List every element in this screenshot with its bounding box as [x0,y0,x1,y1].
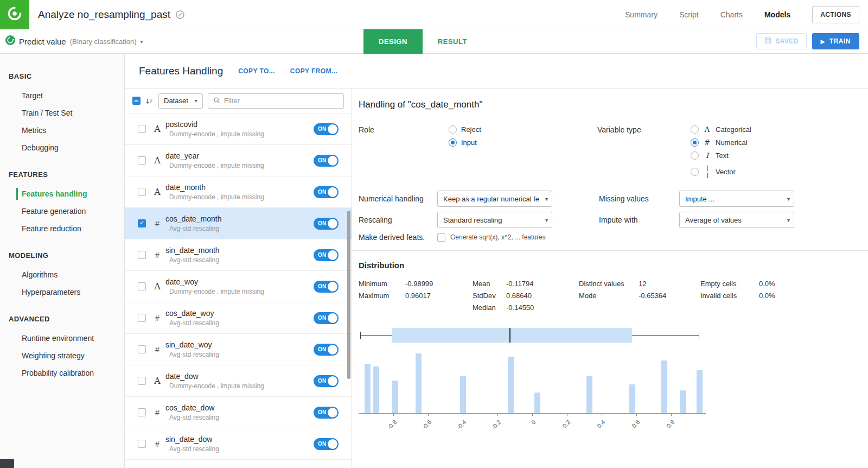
toggle-knob [328,156,337,166]
feature-checkbox[interactable] [138,188,146,196]
feature-toggle[interactable]: ON [314,249,339,261]
role-input-radio[interactable]: Input [449,138,597,147]
role-options: Reject Input [449,125,597,191]
role-reject-radio[interactable]: Reject [449,125,597,134]
variable-type-text-radio[interactable]: I Text [691,151,859,160]
feature-toggle[interactable]: ON [314,155,339,167]
sidebar-item-feature-generation[interactable]: Feature generation [0,203,124,220]
derived-features-label: Make derived feats. [359,233,437,242]
feature-toggle-label: ON [318,157,327,163]
feature-row[interactable]: # sin_date_woy Avg-std rescaling ON [125,333,352,365]
sidebar-item-weighting-strategy[interactable]: Weighting strategy [0,347,124,364]
feature-toggle[interactable]: ON [314,344,339,356]
feature-checkbox[interactable] [138,408,146,416]
sort-icon[interactable] [145,97,154,105]
sidebar-section-basic: BASIC [0,66,124,87]
histogram-bar [629,384,635,413]
feature-toggle[interactable]: ON [314,375,339,387]
sidebar-item-runtime-environment[interactable]: Runtime environment [0,330,124,347]
select-all-checkbox[interactable] [132,97,141,105]
tab-models[interactable]: Models [764,10,790,19]
sidebar-item-metrics[interactable]: Metrics [0,122,124,139]
feature-row[interactable]: A date_bank ON [125,459,352,468]
feature-toggle[interactable]: ON [314,186,339,198]
feature-row[interactable]: # cos_date_month Avg-std rescaling ON [125,207,352,239]
page-title: Analyze no_resampling_past [38,9,170,21]
sidebar-item-target[interactable]: Target [0,87,124,104]
feature-row[interactable]: # sin_date_dow Avg-std rescaling ON [125,428,352,459]
numerical-handling-select[interactable]: Keep as a regular numerical fe ▾ [437,191,552,207]
tab-script[interactable]: Script [679,10,699,19]
filter-input[interactable] [224,97,339,105]
tab-design[interactable]: DESIGN [363,29,423,54]
feature-row[interactable]: A date_year Dummy-encode , impute missin… [125,144,352,176]
feature-name: date_dow [165,372,308,381]
rescaling-select[interactable]: Standard rescaling ▾ [437,212,552,228]
train-button[interactable]: ▶ TRAIN [812,33,859,49]
feature-type-icon: A [151,187,163,197]
feature-row[interactable]: A postcovid Dummy-encode , impute missin… [125,113,352,144]
chevron-down-icon: ▾ [545,196,548,202]
feature-toggle[interactable]: ON [314,218,339,230]
actions-button[interactable]: ACTIONS [812,6,859,23]
feature-toggle[interactable]: ON [314,312,339,324]
feature-row[interactable]: # cos_date_dow Avg-std rescaling ON [125,396,352,428]
dataset-dropdown[interactable]: Dataset ▾ [158,93,203,109]
stat-value: -0.98999 [405,280,433,288]
dataiku-logo[interactable] [0,0,29,29]
variable-type-categorical-radio[interactable]: A Categorical [691,125,859,134]
copy-to-link[interactable]: COPY TO... [238,67,275,75]
feature-checkbox[interactable] [138,282,146,290]
feature-row[interactable]: A date_dow Dummy-encode , impute missing… [125,365,352,396]
feature-row[interactable]: # sin_date_month Avg-std rescaling ON [125,239,352,270]
boxplot-whisker-line-right [632,335,699,336]
feature-checkbox[interactable] [138,314,146,322]
feature-checkbox[interactable] [138,440,146,448]
scrollbar[interactable] [347,211,350,379]
sidebar-item-debugging[interactable]: Debugging [0,139,124,156]
play-icon: ▶ [821,39,825,45]
feature-checkbox[interactable] [138,251,146,259]
sidebar-item-feature-reduction[interactable]: Feature reduction [0,220,124,237]
radio-icon [449,138,457,147]
derived-features-checkbox[interactable] [437,233,445,242]
feature-row[interactable]: A date_month Dummy-encode , impute missi… [125,176,352,207]
impute-with-select[interactable]: Average of values ▾ [679,212,794,228]
feature-toggle[interactable]: ON [314,123,339,135]
feature-checkbox[interactable] [138,156,146,165]
variable-type-numerical-radio[interactable]: # Numerical [691,138,859,147]
sidebar-item-algorithms[interactable]: Algorithms [0,266,124,283]
tab-charts[interactable]: Charts [720,10,743,19]
toggle-knob [328,187,337,197]
variable-type-numerical-label: Numerical [716,138,748,147]
edit-title-icon[interactable] [176,10,184,19]
variable-type-vector-radio[interactable]: [ ] Vector [691,165,859,179]
feature-row[interactable]: # cos_date_woy Avg-std rescaling ON [125,302,352,333]
feature-toggle[interactable]: ON [314,438,339,450]
task-selector[interactable]: Predict value (Binary classification) ▾ [5,35,143,47]
copy-from-link[interactable]: COPY FROM... [290,67,337,75]
feature-checkbox[interactable] [138,345,146,353]
chevron-down-icon[interactable]: ▾ [141,39,143,45]
sidebar-item-features-handling[interactable]: Features handling [0,185,124,203]
role-variable-type-row: Role Reject Input Variable type [359,125,859,191]
missing-values-select[interactable]: Impute ... ▾ [679,191,794,207]
tab-summary[interactable]: Summary [625,10,658,19]
feature-toggle[interactable]: ON [314,281,339,293]
feature-toggle[interactable]: ON [314,407,339,419]
boxplot-whisker-cap-max [699,332,699,339]
tab-result[interactable]: RESULT [423,29,482,54]
feature-checkbox[interactable] [138,125,146,133]
saved-button: SAVED [756,33,806,49]
stat-label: Minimum [359,280,405,288]
sidebar-item-probability-calibration[interactable]: Probability calibration [0,364,124,382]
feature-name: sin_date_dow [165,435,308,444]
sidebar-item-train-test-set[interactable]: Train / Test Set [0,104,124,122]
feature-toggle-label: ON [318,283,327,289]
feature-name: date_woy [165,277,308,286]
histogram-bar [460,376,466,413]
sidebar-item-hyperparameters[interactable]: Hyperparameters [0,283,124,301]
feature-checkbox[interactable] [138,377,146,385]
feature-checkbox[interactable] [138,219,146,227]
feature-row[interactable]: A date_woy Dummy-encode , impute missing… [125,270,352,302]
